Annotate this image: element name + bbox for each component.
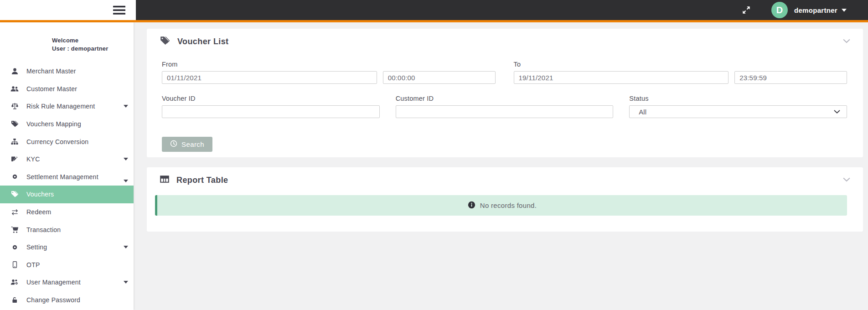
- sidebar-item-label: OTP: [26, 261, 40, 269]
- sidebar-item-label: Customer Master: [26, 85, 77, 93]
- sidebar-item-label: Redeem: [26, 208, 51, 216]
- sitemap-icon: [9, 138, 20, 146]
- sidebar-item-setting[interactable]: Setting: [0, 238, 134, 256]
- table-icon: [160, 175, 170, 186]
- exchange-icon: [9, 208, 20, 216]
- avatar[interactable]: D: [771, 2, 788, 18]
- sidebar-item-settlement-management[interactable]: Settlement Management: [0, 168, 134, 186]
- file-signature-icon: [9, 155, 20, 163]
- user-name: demopartner: [794, 6, 837, 14]
- sidebar-item-label: Merchant Master: [26, 67, 76, 75]
- balance-scale-icon: [9, 102, 20, 110]
- sidebar-item-redeem[interactable]: Redeem: [0, 203, 134, 221]
- sidebar-nav: Merchant Master Customer Master Risk Rul…: [0, 62, 134, 309]
- to-time-input[interactable]: [734, 71, 847, 84]
- sidebar-item-change-password[interactable]: Change Password: [0, 291, 134, 309]
- sidebar-item-label: Transaction: [26, 226, 61, 233]
- info-icon: [468, 201, 475, 210]
- caret-down-icon: [124, 246, 128, 248]
- gear-icon: [9, 243, 20, 251]
- user-icon: [9, 67, 20, 75]
- from-label: From: [162, 61, 496, 68]
- sidebar-item-label: Vouchers: [26, 191, 54, 198]
- report-table-card: Report Table No records found.: [147, 167, 863, 232]
- search-button-label: Search: [181, 140, 204, 148]
- search-button[interactable]: Search: [162, 137, 212, 152]
- sidebar: Welcome User : demopartner Merchant Mast…: [0, 22, 134, 310]
- customer-id-label: Customer ID: [396, 95, 614, 102]
- hamburger-menu-icon[interactable]: [113, 5, 125, 15]
- customer-id-input[interactable]: [396, 105, 614, 118]
- tags-icon: [9, 190, 20, 198]
- chevron-down-icon: [834, 110, 840, 114]
- tags-icon: [9, 120, 20, 128]
- welcome-text: Welcome User : demopartner: [0, 36, 134, 53]
- status-label: Status: [629, 95, 847, 102]
- top-bar: D demopartner: [0, 0, 868, 20]
- to-date-input[interactable]: [514, 71, 729, 84]
- sidebar-item-kyc[interactable]: KYC: [0, 150, 134, 168]
- sidebar-item-customer-master[interactable]: Customer Master: [0, 80, 134, 98]
- to-label: To: [514, 61, 847, 68]
- from-time-input[interactable]: [383, 71, 496, 84]
- sidebar-item-label: Risk Rule Management: [26, 103, 95, 110]
- user-menu[interactable]: demopartner: [794, 0, 847, 20]
- mobile-icon: [9, 261, 20, 269]
- welcome-line1: Welcome: [52, 36, 134, 45]
- page-title: Voucher List: [177, 37, 228, 46]
- sidebar-item-label: Vouchers Mapping: [26, 120, 81, 128]
- sidebar-item-currency-conversion[interactable]: Currency Conversion: [0, 133, 134, 150]
- users-gear-icon: [9, 278, 20, 286]
- users-icon: [9, 85, 20, 93]
- sidebar-item-vouchers[interactable]: Vouchers: [0, 186, 134, 203]
- clock-icon: [170, 140, 177, 149]
- from-date-input[interactable]: [162, 71, 377, 84]
- no-records-message: No records found.: [480, 202, 537, 209]
- voucher-id-label: Voucher ID: [162, 95, 380, 102]
- status-select[interactable]: All: [629, 105, 847, 118]
- caret-down-icon: [124, 180, 128, 182]
- collapse-chevron-icon[interactable]: [843, 38, 850, 45]
- sidebar-item-risk-rule-management[interactable]: Risk Rule Management: [0, 98, 134, 115]
- gear-icon: [9, 173, 20, 181]
- voucher-list-card: Voucher List From To Voucher ID Customer…: [147, 29, 863, 157]
- fullscreen-expand-icon[interactable]: [742, 6, 750, 14]
- sidebar-item-label: KYC: [26, 155, 40, 163]
- welcome-line2: User : demopartner: [52, 45, 134, 53]
- sidebar-item-label: User Management: [26, 279, 81, 286]
- tags-icon: [160, 36, 170, 47]
- voucher-id-input[interactable]: [162, 105, 380, 118]
- section-title: Report Table: [176, 176, 228, 185]
- sidebar-item-otp[interactable]: OTP: [0, 256, 134, 274]
- sidebar-item-merchant-master[interactable]: Merchant Master: [0, 62, 134, 80]
- cart-icon: [9, 226, 20, 234]
- lock-open-icon: [9, 296, 20, 304]
- caret-down-icon: [842, 9, 847, 12]
- sidebar-item-user-management[interactable]: User Management: [0, 274, 134, 291]
- status-selected-value: All: [639, 108, 646, 116]
- sidebar-item-label: Setting: [26, 243, 47, 251]
- caret-down-icon: [124, 158, 128, 160]
- no-records-alert: No records found.: [155, 195, 847, 216]
- sidebar-item-label: Currency Conversion: [26, 138, 88, 145]
- caret-down-icon: [124, 105, 128, 108]
- collapse-chevron-icon[interactable]: [843, 176, 850, 183]
- sidebar-item-transaction[interactable]: Transaction: [0, 221, 134, 238]
- caret-down-icon: [124, 281, 128, 284]
- sidebar-item-label: Change Password: [26, 296, 80, 304]
- sidebar-item-label: Settlement Management: [26, 173, 98, 181]
- sidebar-item-vouchers-mapping[interactable]: Vouchers Mapping: [0, 115, 134, 133]
